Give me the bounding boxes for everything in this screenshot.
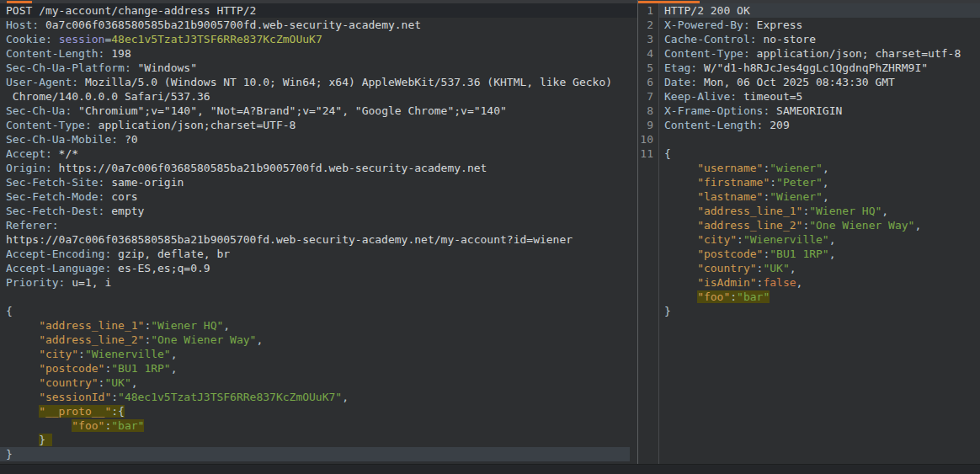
code-line[interactable]: User-Agent: Mozilla/5.0 (Windows NT 10.0… [0,75,637,89]
code-segment: cors [104,190,137,203]
code-line[interactable]: Sec-Ch-Ua-Platform: "Windows" [0,61,637,75]
code-line[interactable]: 1HTTP/2 200 OK [638,3,980,18]
code-segment: "BU1 1RP" [111,362,170,375]
code-line[interactable]: "address_line_2":"One Wiener Way", [0,333,637,347]
code-line[interactable]: 11{ [638,146,980,161]
code-line[interactable]: } [0,433,637,447]
highlighted-code-segment: "bar" [737,290,770,303]
code-line[interactable]: "lastname":"Wiener", [638,189,980,204]
highlighted-code-segment: : [111,405,118,418]
code-segment: 0a7c006f0368580585ba21b9005700fd.web-sec… [39,19,421,31]
code-line[interactable]: "address_line_1":"Wiener HQ", [0,318,637,333]
code-segment: Sec-Fetch-Mode: [6,190,104,203]
code-line[interactable]: 3Cache-Control: no-store [638,32,980,46]
code-segment: X-Frame-Options: [664,104,770,117]
code-line[interactable]: Origin: https://0a7c006f0368580585ba21b9… [0,161,637,175]
line-number: 6 [638,75,664,89]
code-line[interactable]: "isAdmin":false, [638,275,980,290]
code-segment: "One Wiener Way" [151,333,256,346]
code-line[interactable]: } [638,304,980,318]
code-line[interactable]: POST /my-account/change-address HTTP/2 [0,3,637,18]
code-line[interactable]: 6Date: Mon, 06 Oct 2025 08:43:30 GMT [638,75,980,89]
code-segment [664,290,697,303]
line-number: 10 [638,132,664,146]
code-segment: HTTP/2 200 OK [664,4,750,17]
code-line[interactable]: Content-Length: 198 [0,46,637,61]
code-line[interactable]: Host: 0a7c006f0368580585ba21b9005700fd.w… [0,18,637,32]
code-line[interactable]: "foo":"bar" [638,290,980,304]
code-segment: "country" [39,376,98,389]
code-line[interactable]: "country":"UK", [0,375,637,390]
editor-bottom-edge [0,464,980,474]
code-line[interactable]: "city":"Wienerville", [0,347,637,361]
response-editor[interactable]: 1HTTP/2 200 OK2X-Powered-By: Express3Cac… [638,3,980,465]
code-line[interactable]: "firstname":"Peter", [638,175,980,189]
code-segment: "isAdmin" [697,276,756,289]
code-line[interactable]: Accept: */* [0,146,637,161]
code-segment: "BU1 1RP" [770,248,828,260]
code-line[interactable]: Sec-Ch-Ua: "Chromium";v="140", "Not=A?Br… [0,104,637,118]
code-line[interactable]: Accept-Language: es-ES,es;q=0.9 [0,261,637,275]
code-line[interactable]: 4Content-Type: application/json; charset… [638,46,980,61]
code-line[interactable]: Sec-Fetch-Mode: cors [0,189,637,204]
code-line[interactable]: } [0,447,630,461]
code-line[interactable]: 9Content-Length: 209 [638,118,980,132]
code-line[interactable]: Cookie: session=48ec1v5TzatJ3TSF6RRe837K… [0,32,637,46]
line-number: 8 [638,104,664,118]
code-line[interactable]: https://0a7c006f0368580585ba21b9005700fd… [0,232,637,247]
code-line[interactable]: 5Etag: W/"d1-h8RJcJes4ggLc1QgdnqPhZHRM9I… [638,61,980,75]
code-line[interactable]: "country":"UK", [638,261,980,275]
code-line[interactable]: "address_line_2":"One Wiener Way", [638,218,980,232]
code-line[interactable]: "city":"Wienerville", [638,232,980,247]
code-line[interactable]: "sessionId":"48ec1v5TzatJ3TSF6RRe837KcZm… [0,390,637,404]
code-segment [6,405,39,418]
code-line[interactable]: "username":"wiener", [638,161,980,175]
code-segment: X-Powered-By: [664,19,750,31]
code-line[interactable]: Sec-Fetch-Dest: empty [0,204,637,218]
code-segment: Sec-Ch-Ua-Platform: [6,61,131,74]
code-segment: Sec-Ch-Ua: [6,104,72,117]
code-segment: application/json;charset=UTF-8 [92,119,296,131]
code-line[interactable]: "postcode":"BU1 1RP", [638,247,980,261]
code-line[interactable]: Chrome/140.0.0.0 Safari/537.36 [0,89,637,104]
code-line[interactable]: Referer: [0,218,637,232]
code-segment: "postcode" [697,248,763,260]
code-segment: , [171,348,178,360]
code-segment [664,233,697,246]
code-segment: Mozilla/5.0 (Windows NT 10.0; Win64; x64… [78,76,612,88]
code-segment: , [223,319,230,332]
code-line[interactable]: "foo":"bar" [0,418,637,433]
code-segment: , [881,205,888,217]
code-segment: "address_line_2" [697,219,802,232]
code-line[interactable]: 10 [638,132,980,146]
code-segment: same-origin [104,176,184,189]
code-segment: , [823,176,829,189]
code-line[interactable]: Content-Type: application/json;charset=U… [0,118,637,132]
request-editor[interactable]: POST /my-account/change-address HTTP/2Ho… [0,3,637,465]
line-number: 9 [638,118,664,132]
code-line[interactable]: Sec-Ch-Ua-Mobile: ?0 [0,132,637,146]
code-line[interactable]: Accept-Encoding: gzip, deflate, br [0,247,637,261]
code-segment [52,33,59,45]
code-line[interactable]: { [0,304,637,318]
code-line[interactable]: "address_line_1":"Wiener HQ", [638,204,980,218]
code-segment [664,205,697,217]
code-line[interactable]: Sec-Fetch-Site: same-origin [0,175,637,189]
code-line[interactable]: 8X-Frame-Options: SAMEORIGIN [638,104,980,118]
code-line[interactable]: "postcode":"BU1 1RP", [0,361,637,375]
code-line[interactable]: Priority: u=1, i [0,275,637,290]
code-segment: Referer: [6,219,59,232]
code-segment: "firstname" [697,176,770,189]
code-segment: 48ec1v5TzatJ3TSF6RRe837KcZmOUuK7 [111,33,322,45]
code-segment: "Peter" [776,176,823,189]
highlighted-code-segment: "bar" [111,419,144,432]
code-segment: application/json; charset=utf-8 [750,47,961,60]
code-line[interactable]: 2X-Powered-By: Express [638,18,980,32]
code-segment: "Wiener HQ" [151,319,223,332]
code-line[interactable]: 7Keep-Alive: timeout=5 [638,89,980,104]
code-segment [664,190,697,203]
code-line[interactable]: "__proto__":{ [0,404,637,418]
code-segment [6,333,39,346]
code-line[interactable] [0,290,637,304]
code-segment: , [829,233,836,246]
